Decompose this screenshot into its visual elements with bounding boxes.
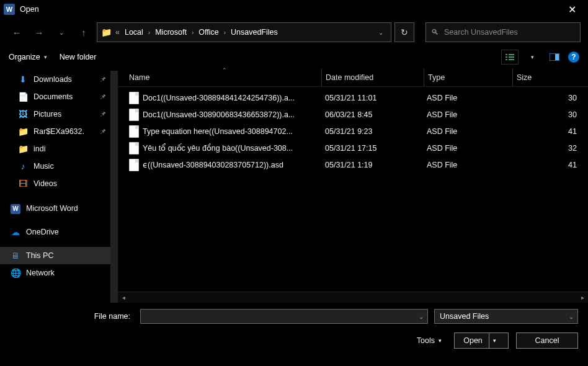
- sidebar-item[interactable]: 🎞Videos: [0, 175, 110, 192]
- pin-icon: 📌︎: [99, 110, 107, 118]
- filename-combobox[interactable]: ⌄: [140, 309, 428, 324]
- close-button[interactable]: ✕: [559, 0, 584, 19]
- file-row[interactable]: Doc1((Unsaved-308894841424254736)).a...0…: [118, 89, 588, 106]
- column-size[interactable]: Size: [513, 73, 586, 82]
- file-size: 41: [511, 161, 586, 169]
- sidebar-root-item[interactable]: 🌐Network: [0, 264, 110, 282]
- sidebar-item[interactable]: ♪Music: [0, 158, 110, 175]
- navigation-sidebar: ⬇Downloads📌︎📄Documents📌︎🖼Pictures📌︎📁Rar$…: [0, 68, 118, 303]
- file-row[interactable]: ϵ((Unsaved-308894030283705712)).asd05/31…: [118, 156, 588, 173]
- file-date: 05/31/21 9:23: [321, 127, 423, 136]
- organize-menu[interactable]: Organize▾: [9, 53, 47, 61]
- file-name: ϵ((Unsaved-308894030283705712)).asd: [143, 160, 283, 169]
- pin-icon: 📌︎: [99, 127, 107, 136]
- forward-button[interactable]: →: [30, 23, 48, 42]
- file-type: ASD File: [423, 144, 511, 153]
- up-button[interactable]: ↑: [74, 23, 93, 42]
- column-name[interactable]: Name: [125, 73, 321, 82]
- breadcrumb-dropdown[interactable]: ⌄: [373, 29, 388, 36]
- help-button[interactable]: ?: [568, 51, 579, 63]
- preview-icon: [550, 53, 559, 61]
- file-name: Doc1((Unsaved-308900683436653872)).a...: [143, 110, 295, 119]
- sidebar-item[interactable]: 📄Documents📌︎: [0, 88, 110, 105]
- pin-icon: 📌︎: [99, 92, 107, 101]
- scroll-right-icon[interactable]: ▸: [577, 294, 588, 301]
- breadcrumb-item[interactable]: Local: [125, 28, 143, 37]
- filetype-filter[interactable]: Unsaved Files ⌄: [434, 309, 578, 324]
- horizontal-scrollbar[interactable]: ◂ ▸: [118, 292, 588, 303]
- sidebar-root-item[interactable]: WMicrosoft Word: [0, 200, 110, 217]
- chevron-down-icon: ⌄: [569, 313, 574, 320]
- close-icon: ✕: [568, 4, 576, 16]
- filename-input[interactable]: [141, 312, 415, 321]
- open-split-dropdown[interactable]: ▾: [489, 333, 500, 349]
- chevron-right-icon: ›: [192, 29, 194, 36]
- word-app-icon: W: [4, 4, 15, 15]
- preview-pane-button[interactable]: [546, 50, 563, 65]
- file-name: Type equation here((Unsaved-308894702...: [143, 127, 293, 136]
- file-date: 05/31/21 11:01: [321, 94, 423, 102]
- sidebar-item[interactable]: 📁Rar$EXa9632.📌︎: [0, 123, 110, 140]
- sidebar-item-label: Pictures: [33, 110, 61, 118]
- sidebar-item[interactable]: 🖼Pictures📌︎: [0, 105, 110, 123]
- file-type: ASD File: [423, 94, 511, 102]
- scroll-left-icon[interactable]: ◂: [118, 294, 129, 301]
- file-date: 05/31/21 1:19: [321, 161, 423, 169]
- sort-indicator-icon: ⌃: [222, 67, 227, 73]
- sidebar-item-label: Videos: [33, 179, 57, 188]
- sidebar-item-label: Rar$EXa9632.: [33, 127, 84, 136]
- file-row[interactable]: Yêu tổ quốc yêu đồng bào((Unsaved-308...…: [118, 140, 588, 156]
- file-type: ASD File: [423, 127, 511, 136]
- sidebar-root-item[interactable]: ☁OneDrive: [0, 223, 110, 241]
- back-button[interactable]: ←: [7, 23, 26, 42]
- file-row[interactable]: Type equation here((Unsaved-308894702...…: [118, 123, 588, 140]
- search-input[interactable]: [444, 28, 575, 37]
- download-icon: ⬇: [17, 74, 29, 84]
- recent-dropdown[interactable]: ⌄: [52, 23, 71, 42]
- main-area: ⬇Downloads📌︎📄Documents📌︎🖼Pictures📌︎📁Rar$…: [0, 68, 588, 303]
- filename-dropdown[interactable]: ⌄: [415, 313, 427, 320]
- chevron-right-icon: ›: [148, 29, 150, 36]
- chevron-down-icon: ▾: [439, 337, 442, 344]
- thispc-icon: 🖥: [10, 251, 21, 261]
- chevron-right-icon: ›: [224, 29, 226, 36]
- sidebar-item-label: Music: [33, 162, 54, 171]
- sidebar-item-label: OneDrive: [26, 228, 59, 236]
- onedrive-icon: ☁: [10, 227, 21, 237]
- file-list[interactable]: Doc1((Unsaved-308894841424254736)).a...0…: [118, 87, 588, 292]
- breadcrumb[interactable]: 📁 « Local › Microsoft › Office › Unsaved…: [97, 22, 391, 42]
- breadcrumb-item[interactable]: Office: [198, 28, 218, 37]
- file-date: 06/03/21 8:45: [321, 110, 423, 119]
- file-icon: [129, 92, 139, 104]
- tools-menu[interactable]: Tools ▾: [417, 336, 442, 345]
- pin-icon: 📌︎: [99, 75, 107, 84]
- network-icon: 🌐: [10, 268, 21, 278]
- sidebar-scrollbar[interactable]: [110, 71, 118, 303]
- refresh-button[interactable]: ↻: [394, 22, 414, 42]
- cancel-button[interactable]: Cancel: [516, 333, 578, 349]
- view-details-button[interactable]: [501, 50, 519, 65]
- window-title: Open: [20, 5, 559, 14]
- sidebar-item[interactable]: 📁indi: [0, 140, 110, 158]
- sidebar-root-item[interactable]: 🖥This PC: [0, 247, 110, 264]
- videos-icon: 🎞: [17, 179, 29, 189]
- music-icon: ♪: [17, 161, 29, 171]
- breadcrumb-item[interactable]: UnsavedFiles: [231, 28, 278, 37]
- folder-icon: 📁: [101, 27, 112, 37]
- file-row[interactable]: Doc1((Unsaved-308900683436653872)).a...0…: [118, 106, 588, 123]
- column-type[interactable]: Type: [424, 73, 512, 82]
- file-type: ASD File: [423, 161, 511, 169]
- open-button[interactable]: Open ▾: [454, 333, 509, 349]
- file-type: ASD File: [423, 110, 511, 119]
- folder-icon: 📁: [17, 144, 29, 154]
- sidebar-item-label: This PC: [26, 251, 53, 260]
- new-folder-button[interactable]: New folder: [60, 53, 97, 61]
- breadcrumb-item[interactable]: Microsoft: [155, 28, 187, 37]
- column-date[interactable]: Date modified: [322, 73, 424, 82]
- word-icon: W: [10, 203, 21, 214]
- file-icon: [129, 142, 139, 154]
- toolbar: Organize▾ New folder ▾ ?: [0, 46, 588, 68]
- view-dropdown[interactable]: ▾: [523, 50, 541, 65]
- search-box[interactable]: 🔍︎: [425, 22, 581, 42]
- sidebar-item[interactable]: ⬇Downloads📌︎: [0, 71, 110, 88]
